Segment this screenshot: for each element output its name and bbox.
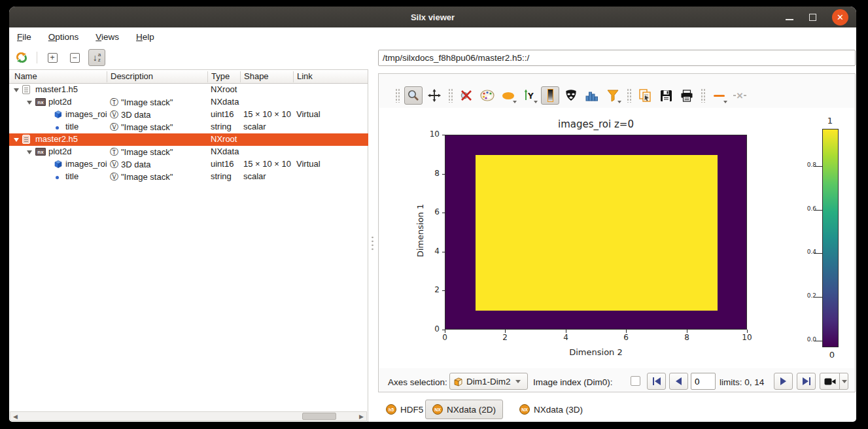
tab-hdf5[interactable]: h5 HDF5	[379, 400, 430, 419]
pan-mode-button[interactable]	[425, 86, 443, 105]
toolbar-drag-handle[interactable]	[627, 88, 631, 103]
plot-canvas[interactable]: images_roi z=0 0 2 4 6 8 10 0	[379, 108, 854, 368]
tab-label: HDF5	[400, 405, 423, 415]
magnifier-icon	[407, 89, 420, 102]
toolbar-drag-handle[interactable]	[395, 88, 400, 103]
print-button[interactable]	[678, 86, 696, 105]
sort-button[interactable]: ↓ az	[88, 49, 105, 66]
expander-icon[interactable]	[14, 88, 19, 92]
copy-button[interactable]	[636, 86, 654, 105]
expand-all-button[interactable]: +	[44, 49, 61, 66]
column-header-description[interactable]: Description	[107, 71, 153, 82]
tree-row-selected[interactable]: master2.h5 NXroot	[9, 133, 368, 146]
menu-options[interactable]: Options	[48, 32, 79, 42]
maximize-button[interactable]	[809, 14, 816, 21]
toolbar-drag-handle[interactable]	[701, 88, 705, 103]
value-badge-icon: Ⓥ	[110, 109, 118, 121]
dataset-path-bar[interactable]: /tmp/silxdocs_f8h8pu06/master2.h5::/	[378, 50, 856, 66]
scroll-right-arrow[interactable]: ▶	[356, 412, 366, 420]
tree-row[interactable]: nx plot2d Ⓣ"Image stack" NXdata	[9, 96, 368, 109]
minimize-button[interactable]	[786, 19, 793, 20]
tab-nxdata-2d[interactable]: NX NXdata (2D)	[425, 400, 503, 419]
last-frame-button[interactable]	[797, 373, 816, 390]
value-badge-icon: Ⓥ	[110, 171, 118, 183]
node-shape: 15 × 10 × 10	[240, 159, 291, 169]
node-name: plot2d	[48, 146, 71, 156]
colormap-button[interactable]	[478, 86, 496, 105]
tree-row[interactable]: title Ⓥ"Image stack" string scalar	[9, 121, 368, 133]
tree-row[interactable]: images_roi Ⓥ3D data uint16 15 × 10 × 10 …	[9, 158, 368, 171]
tree-row[interactable]: images_roi Ⓥ3D data uint16 15 × 10 × 10 …	[9, 109, 368, 121]
previous-frame-icon	[676, 377, 682, 385]
column-header-link[interactable]: Link	[293, 71, 313, 82]
axes-selection-dropdown[interactable]: Dim1-Dim2	[449, 373, 528, 390]
expander-icon[interactable]	[27, 101, 32, 105]
image-index-checkbox[interactable]	[631, 376, 640, 386]
node-name: title	[65, 122, 78, 131]
node-shape: 15 × 10 × 10	[240, 109, 291, 119]
collapse-all-button[interactable]: −	[66, 49, 83, 66]
node-type: string	[207, 122, 232, 131]
menu-views[interactable]: Views	[95, 32, 119, 42]
tree-toolbar: + − ↓ az	[13, 47, 105, 68]
tree-row[interactable]: nx plot2d Ⓣ"Image stack" NXdata	[9, 146, 368, 158]
node-description: "Image stack"	[121, 97, 173, 107]
image-axes[interactable]	[445, 135, 747, 330]
aspect-ratio-button[interactable]	[499, 86, 517, 105]
column-header-type[interactable]: Type	[207, 71, 230, 82]
y-axis-icon: Y	[523, 89, 536, 102]
horizontal-scrollbar[interactable]: ◀ ▶	[10, 411, 367, 421]
mask-tools-button[interactable]	[562, 86, 580, 105]
profile-button[interactable]	[710, 86, 728, 105]
tab-nxdata-3d[interactable]: NX NXdata (3D)	[513, 400, 589, 419]
tree-row[interactable]: title Ⓥ"Image stack" string scalar	[9, 171, 368, 183]
next-frame-button[interactable]	[774, 373, 793, 390]
menu-file[interactable]: File	[17, 32, 31, 42]
expander-icon[interactable]	[14, 138, 19, 142]
toolbar-drag-handle[interactable]	[448, 88, 453, 103]
save-button[interactable]	[657, 86, 675, 105]
y-axis-orientation-button[interactable]: Y	[520, 86, 538, 105]
y-tick	[442, 213, 445, 213]
node-description: "Image stack"	[121, 172, 173, 182]
expand-all-icon: +	[48, 53, 58, 63]
node-type: uint16	[207, 109, 234, 119]
refresh-button[interactable]	[13, 49, 30, 66]
expander-icon[interactable]	[27, 150, 32, 154]
colorbar-max-label: 1	[817, 116, 843, 126]
y-axis-label: Dimension 1	[415, 133, 425, 328]
play-movie-button[interactable]	[820, 373, 840, 390]
column-header-name[interactable]: Name	[9, 71, 37, 81]
menu-help[interactable]: Help	[136, 32, 154, 42]
play-options-dropdown[interactable]	[839, 373, 848, 390]
view-tabbar: h5 HDF5 NX NXdata (2D) NX NXdata (3D)	[378, 398, 856, 422]
histogram-button[interactable]	[583, 86, 601, 105]
filter-button[interactable]	[604, 86, 622, 105]
chevron-down-icon	[723, 101, 727, 103]
dataset-cube-icon	[54, 110, 63, 121]
first-frame-button[interactable]	[647, 373, 666, 390]
zoom-mode-button[interactable]	[404, 86, 423, 105]
refresh-icon	[16, 52, 27, 63]
scroll-left-arrow[interactable]: ◀	[10, 412, 20, 420]
column-header-shape[interactable]: Shape	[240, 71, 269, 82]
colorbar-button[interactable]	[541, 86, 559, 105]
tree-row[interactable]: master1.h5 NXroot	[9, 84, 368, 96]
colorbar-gradient[interactable]	[822, 129, 839, 347]
frame-index-input[interactable]	[691, 373, 716, 390]
splitter-handle[interactable]	[371, 235, 374, 251]
node-name: plot2d	[48, 97, 71, 107]
node-description: 3D data	[121, 110, 151, 120]
previous-frame-button[interactable]	[669, 373, 688, 390]
scrollbar-thumb[interactable]	[302, 413, 336, 420]
node-name: title	[65, 171, 78, 181]
node-description: 3D data	[121, 160, 151, 169]
h5-badge-icon: h5	[386, 404, 396, 415]
x-tick-label: 6	[616, 333, 636, 342]
y-tick	[442, 252, 445, 252]
node-name: master1.h5	[35, 84, 78, 94]
clear-profile-button[interactable]: ✕	[731, 86, 749, 105]
roi-image-region	[476, 155, 718, 311]
close-button[interactable]: ✕	[832, 9, 848, 26]
reset-zoom-button[interactable]	[457, 86, 476, 105]
